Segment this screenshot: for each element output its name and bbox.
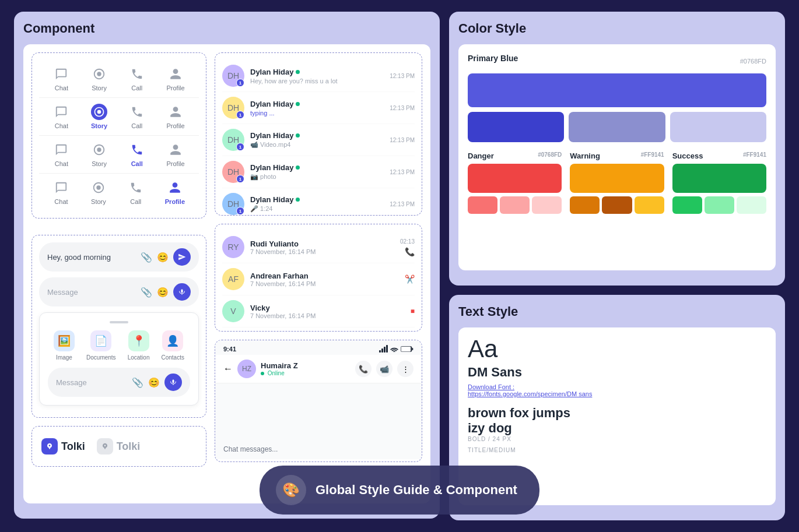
chat-name-3: Dylan Hiday <box>250 131 384 140</box>
tab-story-4[interactable]: Story <box>90 179 107 205</box>
call-item-2[interactable]: AF Andrean Farhan 7 November, 16:14 PM ✂… <box>222 263 415 295</box>
svg-rect-6 <box>401 346 411 351</box>
tab-profile-1[interactable]: Profile <box>166 66 184 91</box>
tab-chat-4[interactable]: Chat <box>53 179 69 205</box>
chat-time-3: 12:13 PM <box>390 137 415 143</box>
more-options-button[interactable]: ⋮ <box>397 361 413 377</box>
left-column: Chat Story Call <box>31 52 206 495</box>
call-icon-2: ✂️ <box>405 274 415 284</box>
chat-info-3: Dylan Hiday 📹 Video.mp4 <box>250 131 384 149</box>
attachment-icon-3[interactable]: 📎 <box>132 377 143 388</box>
primary-blue-main-swatch <box>468 73 766 107</box>
call-item-4[interactable]: BP Bambang Pamungkas 7 November, 16:14 P… <box>222 327 415 332</box>
chat-meta-1: 12:13 PM <box>390 73 415 79</box>
chat-preview-5: 🎤 1:24 <box>250 205 384 213</box>
attachment-documents[interactable]: 📄 Documents <box>86 330 116 361</box>
back-button[interactable]: ← <box>223 364 233 374</box>
font-download-url[interactable]: https://fonts.google.com/specimen/DM san… <box>468 390 766 397</box>
phone-header: ← HZ Humaira Z Online 📞 📹 ⋮ <box>215 355 422 383</box>
tab-profile-3[interactable]: Profile <box>166 142 184 167</box>
chat-icon-1 <box>53 66 69 82</box>
warning-group: Warning #FF9141 <box>570 152 664 214</box>
chat-info-1: Dylan Hiday Hey, how are you? miss u a l… <box>250 68 384 84</box>
danger-shades <box>468 196 562 214</box>
overlay-icon-circle: 🎨 <box>276 475 306 505</box>
emoji-icon[interactable]: 😊 <box>157 252 169 263</box>
badge-5: 1 <box>236 207 244 215</box>
input-row-empty[interactable]: Message 📎 😊 <box>39 277 199 306</box>
primary-blue-shades <box>468 112 766 142</box>
phone-time: 9:41 <box>223 346 236 353</box>
mic-button[interactable] <box>173 283 191 301</box>
chat-item-4[interactable]: DH 1 Dylan Hiday 📷 photo 12:13 PM <box>222 156 415 188</box>
font-preview-text: brown fox jumpsizy dog <box>468 406 766 436</box>
attachment-contacts[interactable]: 👤 Contacts <box>162 330 184 361</box>
tab-call-label-4: Call <box>130 198 141 205</box>
tab-call-3[interactable]: Call <box>129 142 145 167</box>
chat-messages-area: Chat messages... <box>215 383 422 459</box>
call-icon-2 <box>129 104 145 120</box>
font-download-label[interactable]: Download Font : <box>468 383 766 390</box>
story-icon-3 <box>91 142 107 158</box>
tolki-section: Tolki Tolki <box>31 426 206 467</box>
avatar-4: DH 1 <box>222 161 244 183</box>
input-text-value: Hey, good morning <box>47 253 136 262</box>
title-label: TITLE/MEDIUM <box>468 447 766 453</box>
chat-info-2: Dylan Hiday typing ... <box>250 100 384 117</box>
chat-item-5[interactable]: DH 1 Dylan Hiday 🎤 1:24 12:13 PM <box>222 188 415 216</box>
emoji-icon-3[interactable]: 😊 <box>148 377 160 388</box>
video-call-button[interactable]: 📹 <box>376 361 393 377</box>
chat-name-1: Dylan Hiday <box>250 68 384 76</box>
call-icon-3-active <box>129 142 145 158</box>
location-label: Location <box>128 354 150 361</box>
input-row-with-text[interactable]: Hey, good morning 📎 😊 <box>39 242 199 272</box>
tab-call-label-1: Call <box>131 84 142 91</box>
font-name: DM Sans <box>468 365 766 380</box>
tab-profile-2[interactable]: Profile <box>166 104 184 129</box>
overlay-title: Global Style Guide & Component <box>316 482 517 498</box>
voice-call-button[interactable]: 📞 <box>355 361 372 377</box>
tab-chat-3[interactable]: Chat <box>53 142 69 167</box>
color-panel-title: Color Style <box>458 21 776 36</box>
badge-2: 1 <box>236 111 244 119</box>
chat-item-2[interactable]: DH 1 Dylan Hiday typing ... 12:13 PM <box>222 92 415 124</box>
phone-mockup: 9:41 <box>215 340 422 462</box>
badge-4: 1 <box>236 175 244 183</box>
attachment-image[interactable]: 🖼️ Image <box>54 330 75 361</box>
tab-story-1[interactable]: Story <box>91 66 107 91</box>
warning-label-row: Warning #FF9141 <box>570 152 664 160</box>
warning-shade-1 <box>570 196 600 214</box>
tab-story-3[interactable]: Story <box>91 142 107 167</box>
nav-tab-group-3: Chat Story Call <box>39 136 199 174</box>
danger-label: Danger <box>468 152 494 160</box>
call-item-3[interactable]: V Vicky 7 November, 16:14 PM ■ <box>222 295 415 327</box>
attachment-icon[interactable]: 📎 <box>141 252 152 263</box>
warning-swatch <box>570 164 664 193</box>
story-icon-2-active <box>91 104 107 120</box>
tab-chat-2[interactable]: Chat <box>53 104 69 129</box>
tab-story-2[interactable]: Story <box>91 104 107 129</box>
phone-actions: 📞 📹 ⋮ <box>355 361 413 377</box>
status-colors: Danger #0768FD Warning <box>468 152 766 214</box>
chat-name-5: Dylan Hiday <box>250 195 384 204</box>
tab-call-4[interactable]: Call <box>128 179 144 205</box>
emoji-icon-2[interactable]: 😊 <box>157 287 169 298</box>
input-row-attachment[interactable]: Message 📎 😊 <box>48 368 190 397</box>
tab-chat-1[interactable]: Chat <box>53 66 69 91</box>
call-date-3: 7 November, 16:14 PM <box>250 312 405 319</box>
attachment-location[interactable]: 📍 Location <box>128 330 150 361</box>
chat-item-1[interactable]: DH 1 Dylan Hiday Hey, how are you? miss … <box>222 60 415 92</box>
send-button[interactable] <box>173 248 191 266</box>
mic-button-2[interactable] <box>164 374 182 391</box>
attachment-icon-2[interactable]: 📎 <box>141 287 152 298</box>
warning-shade-2 <box>602 196 632 214</box>
tab-call-1[interactable]: Call <box>129 66 145 91</box>
danger-shade-1 <box>468 196 497 214</box>
chat-item-3[interactable]: DH 1 Dylan Hiday 📹 Video.mp4 12:13 PM <box>222 124 415 156</box>
input-section: Hey, good morning 📎 😊 Message 📎 😊 <box>31 235 206 418</box>
tab-profile-4[interactable]: Profile <box>165 179 185 205</box>
tab-call-2[interactable]: Call <box>129 104 145 129</box>
call-item-1[interactable]: RY Rudi Yulianto 7 November, 16:14 PM 02… <box>222 231 415 263</box>
call-name-2: Andrean Farhan <box>250 272 399 280</box>
chat-name-4: Dylan Hiday <box>250 163 384 172</box>
